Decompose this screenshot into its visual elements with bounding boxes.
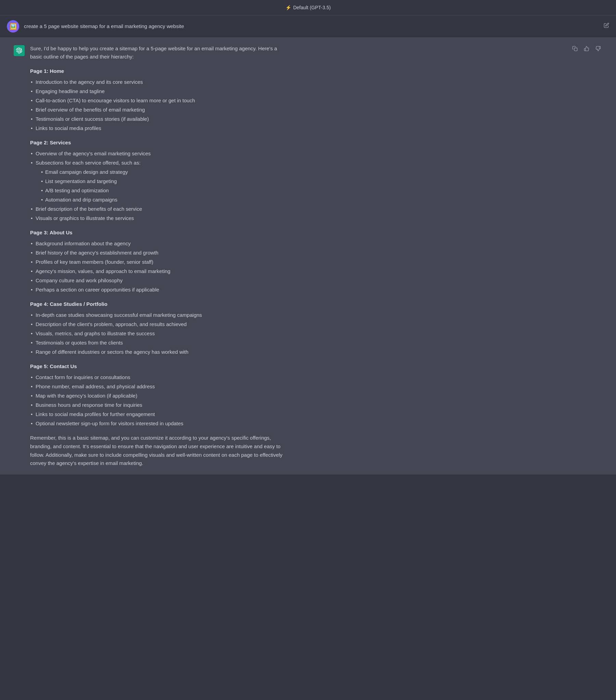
thumbs-down-button[interactable] [594,45,602,52]
model-label: Default (GPT-3.5) [293,4,331,11]
list-item: Call-to-action (CTA) to encourage visito… [30,97,287,105]
list-item: List segmentation and targeting [40,177,287,185]
thumbs-up-button[interactable] [582,45,591,52]
page-2-heading: Page 2: Services [30,139,287,147]
page-3-section: Page 3: About Us Background information … [30,228,287,294]
page-5-section: Page 5: Contact Us Contact form for inqu… [30,362,287,428]
page-4-heading: Page 4: Case Studies / Portfolio [30,300,287,308]
chatgpt-icon [14,45,25,56]
list-item: Email campaign design and strategy [40,168,287,176]
lightning-icon: ⚡ [285,4,291,11]
list-item: Business hours and response time for inq… [30,401,287,409]
list-item: Perhaps a section on career opportunitie… [30,286,287,294]
list-item: Brief history of the agency's establishm… [30,249,287,257]
conversation-title: create a 5 page website sitemap for a em… [24,22,599,30]
page-3-bullets: Background information about the agency … [30,239,287,294]
list-item: Phone number, email address, and physica… [30,383,287,391]
list-item: In-depth case studies showcasing success… [30,311,287,319]
message-body: Sure, I'd be happy to help you create a … [30,45,287,468]
page-5-bullets: Contact form for inquiries or consultati… [30,373,287,428]
page-2-bullets-cont: Brief description of the benefits of eac… [30,205,287,222]
list-item: Testimonials or client success stories (… [30,115,287,123]
list-item: Links to social media profiles for furth… [30,410,287,418]
avatar: 🖼️ [7,20,19,33]
message-actions [571,45,602,52]
conversation-header: 🖼️ create a 5 page website sitemap for a… [0,15,616,38]
page-1-heading: Page 1: Home [30,67,287,75]
list-item: Background information about the agency [30,239,287,248]
copy-button[interactable] [571,45,579,52]
page-1-bullets: Introduction to the agency and its core … [30,78,287,133]
list-item: Overview of the agency's email marketing… [30,150,287,158]
intro-text: Sure, I'd be happy to help you create a … [30,45,287,61]
page-4-bullets: In-depth case studies showcasing success… [30,311,287,356]
model-selector[interactable]: ⚡ Default (GPT-3.5) [285,4,331,11]
edit-icon[interactable] [604,22,609,31]
assistant-message: Sure, I'd be happy to help you create a … [0,38,616,475]
list-item: Brief description of the benefits of eac… [30,205,287,213]
list-item: Introduction to the agency and its core … [30,78,287,86]
closing-text: Remember, this is a basic sitemap, and y… [30,434,287,468]
page-2-section: Page 2: Services Overview of the agency'… [30,139,287,222]
list-item: Subsections for each service offered, su… [30,159,287,167]
list-item: Visuals or graphics to illustrate the se… [30,214,287,222]
list-item: Brief overview of the benefits of email … [30,106,287,114]
page-2-sub-bullets: Email campaign design and strategy List … [30,168,287,204]
main-content: Sure, I'd be happy to help you create a … [0,38,616,475]
page-1-section: Page 1: Home Introduction to the agency … [30,67,287,133]
avatar-emoji: 🖼️ [9,22,17,32]
page-4-section: Page 4: Case Studies / Portfolio In-dept… [30,300,287,356]
list-item: Map with the agency's location (if appli… [30,392,287,400]
list-item: Visuals, metrics, and graphs to illustra… [30,329,287,338]
list-item: Links to social media profiles [30,124,287,133]
list-item: Agency's mission, values, and approach t… [30,267,287,275]
list-item: Contact form for inquiries or consultati… [30,373,287,382]
list-item: Company culture and work philosophy [30,276,287,285]
list-item: A/B testing and optimization [40,186,287,195]
svg-rect-0 [574,48,577,51]
list-item: Profiles of key team members (founder, s… [30,258,287,266]
page-3-heading: Page 3: About Us [30,228,287,237]
list-item: Description of the client's problem, app… [30,320,287,328]
list-item: Range of different industries or sectors… [30,348,287,356]
page-5-heading: Page 5: Contact Us [30,362,287,371]
list-item: Optional newsletter sign-up form for vis… [30,420,287,428]
list-item: Engaging headline and tagline [30,87,287,96]
list-item: Automation and drip campaigns [40,196,287,204]
list-item: Testimonials or quotes from the clients [30,339,287,347]
page-2-bullets: Overview of the agency's email marketing… [30,150,287,167]
top-bar: ⚡ Default (GPT-3.5) [0,0,616,15]
